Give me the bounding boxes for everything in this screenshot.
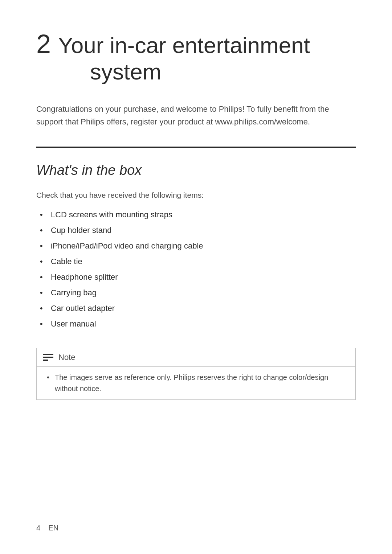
section-title: What's in the box bbox=[36, 163, 356, 178]
chapter-title-line2: system bbox=[36, 59, 356, 85]
note-icon-bar-1 bbox=[43, 354, 53, 355]
chapter-number: 2 bbox=[36, 29, 51, 59]
note-list: The images serve as reference only. Phil… bbox=[44, 372, 348, 394]
list-item: Carrying bag bbox=[36, 285, 356, 300]
note-box: Note The images serve as reference only.… bbox=[36, 348, 356, 400]
note-list-item: The images serve as reference only. Phil… bbox=[44, 372, 348, 394]
language bbox=[42, 524, 49, 532]
section-divider bbox=[36, 147, 356, 148]
items-list: LCD screens with mounting straps Cup hol… bbox=[36, 207, 356, 332]
page-number: 4 bbox=[36, 524, 40, 532]
chapter-title-line1: 2 Your in-car entertainment bbox=[36, 29, 356, 59]
list-item: Car outlet adapter bbox=[36, 300, 356, 316]
chapter-title-block: 2 Your in-car entertainment system bbox=[36, 29, 356, 85]
language-label: EN bbox=[48, 524, 58, 532]
list-item: iPhone/iPad/iPod video and charging cabl… bbox=[36, 238, 356, 254]
note-label: Note bbox=[58, 353, 75, 362]
footer: 4 EN bbox=[36, 524, 58, 532]
note-icon-bar-2 bbox=[43, 357, 53, 358]
page: 2 Your in-car entertainment system Congr… bbox=[0, 0, 392, 554]
list-item: LCD screens with mounting straps bbox=[36, 207, 356, 222]
note-icon bbox=[43, 354, 53, 361]
list-item: Headphone splitter bbox=[36, 269, 356, 285]
note-header: Note bbox=[37, 348, 355, 367]
list-item: Cable tie bbox=[36, 254, 356, 269]
chapter-title-line1-text: Your in-car entertainment bbox=[58, 32, 310, 58]
note-content: The images serve as reference only. Phil… bbox=[37, 367, 355, 399]
check-text: Check that you have received the followi… bbox=[36, 191, 356, 200]
intro-paragraph: Congratulations on your purchase, and we… bbox=[36, 103, 334, 128]
note-icon-bar-3 bbox=[43, 360, 48, 361]
list-item: User manual bbox=[36, 316, 356, 332]
list-item: Cup holder stand bbox=[36, 222, 356, 238]
